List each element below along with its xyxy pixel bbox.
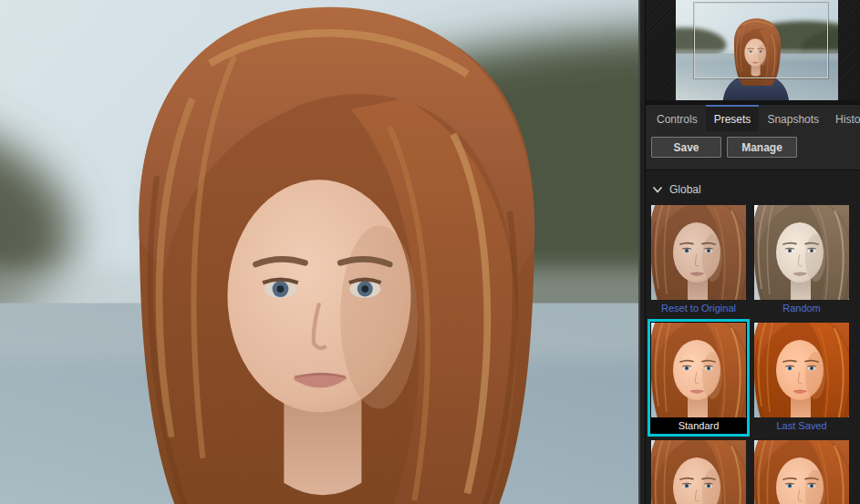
navigator-panel: [646, 0, 860, 104]
portrait-photo: [0, 0, 638, 504]
tab-bar: Controls Presets Snapshots History: [646, 104, 860, 131]
tab-presets[interactable]: Presets: [706, 105, 760, 131]
preset-label: Last Saved: [776, 419, 826, 433]
preset-thumbnail: [651, 440, 746, 504]
preset-thumbnail: [651, 205, 746, 300]
section-title: Global: [669, 183, 701, 196]
photo-editor-window: Controls Presets Snapshots History Save …: [0, 0, 860, 504]
section-header-global[interactable]: Global: [646, 170, 860, 201]
preset-item[interactable]: [648, 437, 750, 504]
chevron-down-icon: [653, 187, 662, 193]
preset-label: Random: [782, 302, 821, 315]
tab-controls[interactable]: Controls: [648, 105, 706, 131]
preset-grid: Reset to Original Random Standard: [648, 201, 860, 504]
preset-random[interactable]: Random: [751, 201, 853, 319]
preset-last-saved[interactable]: Last Saved: [751, 319, 853, 437]
preset-item[interactable]: [751, 437, 853, 504]
presets-section: Global Reset to Original Random: [646, 170, 860, 504]
preset-thumbnail: [754, 323, 849, 417]
preset-label: Standard: [679, 419, 720, 433]
preset-actions-row: Save Manage: [646, 131, 860, 170]
preset-thumbnail: [651, 323, 746, 417]
navigator-thumbnail[interactable]: [676, 0, 838, 100]
panel-splitter[interactable]: [638, 0, 646, 504]
main-photo-canvas[interactable]: [0, 0, 638, 504]
preset-reset-to-original[interactable]: Reset to Original: [648, 201, 750, 319]
preset-standard[interactable]: Standard: [648, 319, 750, 437]
preset-thumbnail: [754, 205, 849, 300]
tab-snapshots[interactable]: Snapshots: [759, 105, 827, 131]
tab-history[interactable]: History: [827, 105, 860, 131]
side-panel: Controls Presets Snapshots History Save …: [646, 0, 860, 504]
preset-thumbnail: [754, 440, 849, 504]
navigator-crop-rectangle[interactable]: [694, 3, 828, 78]
save-button[interactable]: Save: [651, 137, 721, 158]
preset-label: Reset to Original: [661, 302, 736, 315]
manage-button[interactable]: Manage: [727, 137, 797, 158]
